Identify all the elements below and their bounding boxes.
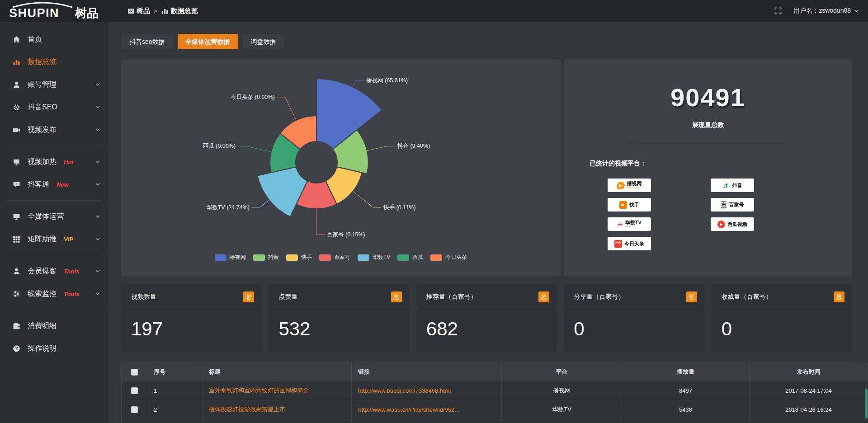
legend-item-抖音[interactable]: 抖音 [253,254,279,261]
total-impressions-value: 90491 [564,83,852,112]
sidebar-item-label: 消费明细 [28,321,57,331]
platform-badge-西瓜视频[interactable]: ▶西瓜视频 [711,217,754,231]
sidebar-item-数据总览[interactable]: 数据总览 [0,51,108,73]
chevron-down-icon [95,82,100,87]
stat-card-total-badge[interactable]: 总 [686,291,697,302]
platform-badge-今日头条[interactable]: 头条今日头条 [608,237,651,250]
table-header-平台: 平台 [502,363,622,381]
breadcrumb-item[interactable]: 数据总览 [161,7,198,15]
sidebar-item-视频加热[interactable]: 视频加热Hot [0,150,108,173]
legend-swatch [358,254,369,261]
platform-badge-抖音[interactable]: ♬抖音 [711,179,754,192]
sidebar-item-抖客通[interactable]: 抖客通New [0,173,108,196]
bars-icon [161,7,169,15]
tab-全媒体运营数据[interactable]: 全媒体运营数据 [178,34,238,49]
platform-badge-快手[interactable]: ▶快手 [608,198,651,212]
tab-抖音seo数据[interactable]: 抖音seo数据 [121,34,173,49]
sidebar-item-视频发布[interactable]: 视频发布 [0,118,108,141]
pie-slice-华数TV[interactable] [257,167,307,217]
sidebar-item-badge: VIP [64,236,73,243]
home-icon [12,36,21,43]
panel-icon [127,8,134,14]
platform-badge-sub: wasu.cn [625,225,635,228]
cell-title[interactable]: 室外水纹灯和室内水纹灯的区别和简介 [203,381,352,400]
pie-label-line [367,146,395,150]
rose-pie-chart[interactable]: 播视网 (65.61%)抖音 (9.40%)快手 (0.11%)百家号 (0.1… [121,59,561,277]
baijiahao-logo: 百 [721,201,727,208]
stat-card-total-badge[interactable]: 总 [834,291,844,302]
logo-text-cn: 树品 [75,6,98,20]
platform-badge-百家号[interactable]: 百百家号 [711,198,754,212]
stat-card-total-badge[interactable]: 总 [391,291,402,302]
platform-badge-华数TV[interactable]: ✳华数TVwasu.cn [608,217,651,231]
app-logo[interactable]: SHUPIN 树品 [0,2,108,20]
cell-platform: 播视网 [502,381,622,400]
topbar-right: 用户名：zswodun88 [774,7,868,15]
breadcrumb-label: 数据总览 [171,7,198,15]
chevron-down-icon [95,291,100,296]
sidebar-item-label: 线索监控 [28,289,57,299]
legend-item-华数TV[interactable]: 华数TV [358,254,390,261]
sidebar-item-线索监控[interactable]: 线索监控Tools [0,282,108,305]
wallet-icon [12,322,21,330]
sidebar-item-矩阵助推[interactable]: 矩阵助推VIP [0,228,108,250]
cell-num: 1 [147,381,203,400]
sidebar-item-全媒体运营[interactable]: 全媒体运营 [0,205,108,228]
table-row: 1室外水纹灯和室内水纹灯的区别和简介http://www.boosj.com/7… [122,381,868,400]
sidebar-item-label: 抖客通 [28,180,49,189]
kuaishou-logo: ▶ [619,201,627,209]
legend-item-西瓜[interactable]: 西瓜 [397,254,423,261]
table-header-发布时间: 发布时间 [750,363,868,381]
row-checkbox[interactable] [131,387,138,394]
table-row: 2楼体投影灯投影效果震撼上市http://www.wasu.cn/Play/sh… [122,400,868,419]
sidebar-item-抖音SEO[interactable]: 抖音SEO [0,96,108,118]
cell-link[interactable]: http://www.boosj.com/7338468.html [352,381,502,400]
platform-badge-label: 西瓜视频 [727,222,747,227]
summary-divider [631,143,785,143]
platform-badge-播视网[interactable]: ▶播视网boosj.com [608,179,651,192]
sidebar-divider [6,200,102,201]
platform-badge-sub: boosj.com [627,186,639,189]
cell-platform: 华数TV [502,400,622,419]
stat-card-total-badge[interactable]: 总 [243,291,254,302]
platform-badge-label: 华数TV [625,220,642,225]
sidebar-item-badge: New [57,181,69,188]
sidebar-item-消费明细[interactable]: 消费明细 [0,315,108,337]
video-icon [12,126,21,134]
member-icon [12,268,21,275]
sidebar-item-首页[interactable]: 首页 [0,28,108,51]
sidebar-item-label: 会员爆客 [28,267,57,276]
chevron-down-icon [854,8,859,14]
fullscreen-icon[interactable] [774,7,782,14]
breadcrumb-item[interactable]: 树品 [127,7,150,15]
sidebar-item-操作说明[interactable]: ?操作说明 [0,337,108,360]
tab-询盘数据[interactable]: 询盘数据 [243,34,284,49]
stat-card-视频数量: 视频数量总197 [121,285,261,352]
legend-item-百家号[interactable]: 百家号 [319,254,350,261]
cell-title[interactable]: 楼体投影灯投影效果震撼上市 [203,400,352,419]
stat-card-value: 197 [121,309,261,340]
legend-item-快手[interactable]: 快手 [286,254,312,261]
table-header-标题: 标题 [203,363,352,381]
select-all-checkbox[interactable] [131,369,138,376]
user-menu[interactable]: 用户名：zswodun88 [793,7,859,15]
chevron-down-icon [95,214,100,219]
pie-label-百家号: 百家号 (0.15%) [327,231,365,238]
legend-item-今日头条[interactable]: 今日头条 [430,254,467,261]
row-checkbox[interactable] [131,406,138,413]
sidebar-item-会员爆客[interactable]: 会员爆客Tools [0,260,108,282]
legend-item-播视网[interactable]: 播视网 [215,254,246,261]
sidebar-item-账号管理[interactable]: 账号管理 [0,73,108,96]
sidebar-item-label: 视频发布 [28,125,57,135]
legend-label: 西瓜 [412,254,423,261]
cell-link[interactable]: http://www.wasu.cn/Play/show/id/952... [352,400,502,419]
table-row-partial [122,419,868,423]
scrollbar-thumb[interactable] [865,389,868,418]
stat-card-total-badge[interactable]: 总 [538,291,549,302]
stat-card-title: 视频数量 [131,293,156,301]
xigua-logo: ▶ [717,221,725,228]
chevron-down-icon [95,268,100,274]
monitor-icon [12,213,21,221]
legend-label: 播视网 [230,254,246,261]
toutiao-logo: 头条 [614,240,622,248]
